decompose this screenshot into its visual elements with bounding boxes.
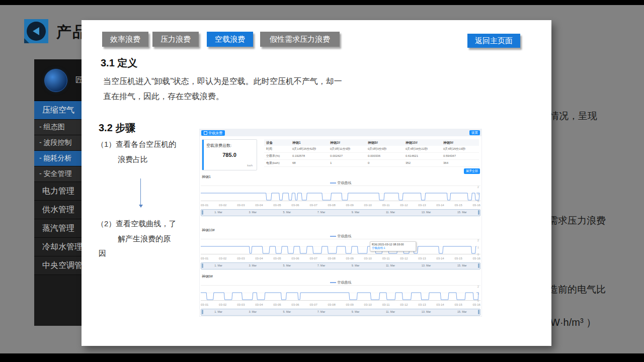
table-header-cell: 神钢1: [290, 139, 328, 146]
device-stats-table: 设备神钢1神钢2#神钢8#神钢10#神钢9#时间0天14时25分52秒0天0时1…: [264, 139, 479, 167]
zoom-handle-right[interactable]: [478, 210, 479, 215]
legend-line-icon: [330, 236, 336, 237]
down-arrow-icon: [140, 178, 141, 205]
table-header-cell: 神钢2#: [328, 139, 366, 146]
sidebar-item[interactable]: - 波段控制: [34, 135, 82, 151]
zoom-label: 13. Mar: [422, 211, 431, 214]
x-axis-label: 03-13: [418, 303, 426, 306]
sidebar-item[interactable]: 冷却水管理: [34, 238, 82, 256]
table-cell: 0天4时25分19秒: [441, 146, 479, 153]
tab-idle-waste[interactable]: 空载浪费: [207, 32, 253, 47]
x-axis-label: 03-16: [472, 204, 480, 207]
zoom-label: 7. Mar: [317, 264, 326, 267]
svg-text:0: 0: [477, 253, 479, 256]
back-arrow-icon: [27, 22, 46, 41]
chart-shengang9: 神钢9# 空载曲线 210 03-0103-0203-0303-0403-050…: [201, 274, 480, 324]
idle-waste-total-card: 空载浪费总数: 785.0 kwh: [202, 139, 257, 170]
chart-legend: 空载曲线: [201, 234, 480, 239]
x-axis-label: 03-11: [382, 204, 390, 207]
zoom-label: 15. Mar: [457, 310, 467, 313]
brand-text: 匠: [75, 75, 82, 85]
x-axis-label: 03-07: [309, 303, 317, 306]
x-axis-labels: 03-0103-0203-0303-0403-0503-0603-0703-08…: [201, 204, 480, 207]
back-button-badge[interactable]: [24, 19, 48, 43]
svg-text:2: 2: [477, 186, 479, 189]
legend-line-icon: [330, 183, 336, 184]
x-axis-label: 03-06: [291, 204, 299, 207]
datazoom-slider[interactable]: 1. Mar3. Mar5. Mar7. Mar9. Mar11. Mar13.…: [201, 309, 480, 316]
svg-text:2: 2: [477, 239, 479, 242]
chart-shengang10: 神钢10# 空载曲线 210 时间:2021-03-12 08:33:00 空载…: [201, 228, 480, 278]
table-header-cell: 神钢8#: [366, 139, 404, 146]
logo-icon: [44, 69, 67, 92]
table-header-cell: 神钢10#: [404, 139, 441, 146]
zoom-handle-right[interactable]: [478, 310, 479, 314]
sidebar: 匠 压缩空气- 组态图- 波段控制- 能耗分析- 安全管理电力管理供水管理蒸汽管…: [34, 59, 82, 326]
zoom-label: 5. Mar: [283, 211, 291, 214]
x-axis-label: 03-09: [346, 257, 354, 260]
x-axis-label: 03-03: [237, 303, 245, 306]
step1-text-line1: （1）查看各台空压机的: [97, 140, 176, 149]
table-header-cell: 神钢9#: [441, 139, 479, 146]
list-icon: [204, 131, 207, 135]
table-cell: 0天0时0分9秒: [366, 146, 404, 153]
table-cell: 68: [290, 160, 328, 167]
return-home-button[interactable]: 返回主页面: [467, 34, 520, 48]
x-axis-label: 03-05: [273, 303, 281, 306]
zoom-label: 15. Mar: [457, 264, 467, 267]
background-text-4: W·h/m³ ）: [550, 316, 596, 329]
table-cell: 0.002427: [328, 153, 366, 160]
background-text-2: 需求压力浪费: [548, 214, 606, 227]
zoom-label: 11. Mar: [386, 310, 395, 313]
total-label: 空载浪费总数:: [206, 143, 231, 148]
steps-heading: 3.2 步骤: [99, 121, 135, 135]
datazoom-slider[interactable]: 1. Mar3. Mar5. Mar7. Mar9. Mar11. Mar13.…: [201, 262, 480, 269]
sidebar-item[interactable]: 中央空调管理: [34, 256, 82, 275]
sidebar-item[interactable]: - 组态图: [34, 120, 82, 135]
dashboard-title-badge: 空载浪费: [201, 130, 225, 136]
sidebar-item[interactable]: - 安全管理: [34, 166, 82, 182]
sidebar-item[interactable]: 压缩空气: [34, 101, 82, 120]
x-axis-label: 03-06: [291, 257, 299, 260]
zoom-label: 3. Mar: [249, 264, 257, 267]
x-axis-label: 03-06: [291, 303, 299, 306]
table-cell: 364: [441, 160, 479, 167]
x-axis-label: 03-15: [454, 257, 462, 260]
zoom-label: 1. Mar: [214, 310, 222, 313]
zoom-label: 9. Mar: [352, 211, 360, 214]
tab-pressure-waste[interactable]: 压力浪费: [152, 32, 199, 47]
datazoom-slider[interactable]: 1. Mar3. Mar5. Mar7. Mar9. Mar11. Mar13.…: [201, 209, 480, 216]
x-axis-label: 03-03: [237, 204, 245, 207]
settings-button[interactable]: 设置: [469, 130, 480, 135]
sidebar-header: 匠: [34, 59, 82, 101]
sidebar-item[interactable]: - 能耗分析: [34, 151, 82, 166]
zoom-handle-right[interactable]: [478, 263, 479, 268]
tab-false-demand-pressure-waste[interactable]: 假性需求压力浪费: [260, 32, 340, 47]
idle-curve-plot: 210: [201, 239, 480, 256]
zoom-label: 7. Mar: [317, 211, 326, 214]
table-cell: 电量(kwh): [264, 160, 290, 167]
zoom-handle-left[interactable]: [202, 210, 203, 215]
sidebar-item[interactable]: 电力管理: [34, 182, 82, 201]
x-axis-label: 03-14: [436, 303, 444, 306]
x-axis-label: 03-15: [454, 303, 462, 306]
x-axis-labels: 03-0103-0203-0303-0403-0503-0603-0703-08…: [201, 303, 480, 306]
x-axis-label: 03-05: [273, 204, 281, 207]
x-axis-label: 03-09: [346, 303, 354, 306]
chart-title: 神钢1: [202, 174, 211, 179]
tab-efficiency-waste[interactable]: 效率浪费: [102, 32, 148, 47]
x-axis-label: 03-13: [418, 257, 426, 260]
sidebar-item[interactable]: 供水管理: [34, 201, 82, 219]
expand-all-button[interactable]: 展开全部: [464, 168, 480, 174]
sidebar-item[interactable]: 蒸汽管理: [34, 219, 82, 238]
zoom-label: 9. Mar: [352, 310, 360, 313]
zoom-label: 1. Mar: [214, 211, 222, 214]
zoom-handle-left[interactable]: [202, 310, 203, 314]
definition-text-line1: 当空压机进入“卸载”状态，即认为是空载。此时空压机不产气，却一: [103, 76, 342, 87]
x-axis-label: 03-01: [201, 303, 208, 306]
x-axis-label: 03-04: [255, 204, 263, 207]
zoom-handle-left[interactable]: [202, 263, 203, 268]
table-cell: 0天14时25分52秒: [290, 146, 328, 153]
table-header-cell: 设备: [264, 139, 290, 146]
x-axis-label: 03-01: [201, 204, 208, 207]
